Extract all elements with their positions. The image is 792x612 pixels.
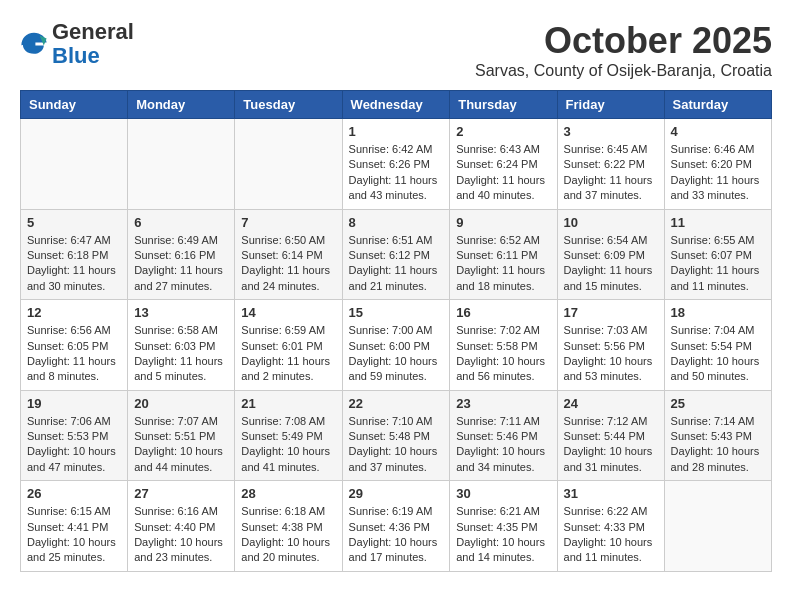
day-info: Sunrise: 6:54 AM Sunset: 6:09 PM Dayligh… xyxy=(564,233,658,295)
day-info: Sunrise: 6:46 AM Sunset: 6:20 PM Dayligh… xyxy=(671,142,765,204)
calendar-cell: 29Sunrise: 6:19 AM Sunset: 4:36 PM Dayli… xyxy=(342,481,450,572)
day-info: Sunrise: 6:58 AM Sunset: 6:03 PM Dayligh… xyxy=(134,323,228,385)
day-info: Sunrise: 6:59 AM Sunset: 6:01 PM Dayligh… xyxy=(241,323,335,385)
day-info: Sunrise: 7:10 AM Sunset: 5:48 PM Dayligh… xyxy=(349,414,444,476)
day-info: Sunrise: 6:16 AM Sunset: 4:40 PM Dayligh… xyxy=(134,504,228,566)
calendar-cell: 10Sunrise: 6:54 AM Sunset: 6:09 PM Dayli… xyxy=(557,209,664,300)
calendar-cell: 3Sunrise: 6:45 AM Sunset: 6:22 PM Daylig… xyxy=(557,119,664,210)
calendar-cell: 23Sunrise: 7:11 AM Sunset: 5:46 PM Dayli… xyxy=(450,390,557,481)
day-info: Sunrise: 6:22 AM Sunset: 4:33 PM Dayligh… xyxy=(564,504,658,566)
day-number: 8 xyxy=(349,215,444,230)
calendar-cell: 11Sunrise: 6:55 AM Sunset: 6:07 PM Dayli… xyxy=(664,209,771,300)
title-block: October 2025 Sarvas, County of Osijek-Ba… xyxy=(475,20,772,80)
calendar-cell: 5Sunrise: 6:47 AM Sunset: 6:18 PM Daylig… xyxy=(21,209,128,300)
day-info: Sunrise: 6:50 AM Sunset: 6:14 PM Dayligh… xyxy=(241,233,335,295)
day-info: Sunrise: 7:14 AM Sunset: 5:43 PM Dayligh… xyxy=(671,414,765,476)
day-number: 20 xyxy=(134,396,228,411)
day-info: Sunrise: 6:21 AM Sunset: 4:35 PM Dayligh… xyxy=(456,504,550,566)
day-info: Sunrise: 6:56 AM Sunset: 6:05 PM Dayligh… xyxy=(27,323,121,385)
calendar-cell: 21Sunrise: 7:08 AM Sunset: 5:49 PM Dayli… xyxy=(235,390,342,481)
logo-blue-text: Blue xyxy=(52,43,100,68)
location-title: Sarvas, County of Osijek-Baranja, Croati… xyxy=(475,62,772,80)
day-number: 23 xyxy=(456,396,550,411)
calendar-week-5: 26Sunrise: 6:15 AM Sunset: 4:41 PM Dayli… xyxy=(21,481,772,572)
day-number: 15 xyxy=(349,305,444,320)
logo: General Blue xyxy=(20,20,134,68)
calendar-cell: 13Sunrise: 6:58 AM Sunset: 6:03 PM Dayli… xyxy=(128,300,235,391)
calendar-cell: 2Sunrise: 6:43 AM Sunset: 6:24 PM Daylig… xyxy=(450,119,557,210)
day-info: Sunrise: 6:51 AM Sunset: 6:12 PM Dayligh… xyxy=(349,233,444,295)
day-info: Sunrise: 6:19 AM Sunset: 4:36 PM Dayligh… xyxy=(349,504,444,566)
day-info: Sunrise: 6:18 AM Sunset: 4:38 PM Dayligh… xyxy=(241,504,335,566)
day-number: 11 xyxy=(671,215,765,230)
day-info: Sunrise: 7:00 AM Sunset: 6:00 PM Dayligh… xyxy=(349,323,444,385)
day-number: 12 xyxy=(27,305,121,320)
day-info: Sunrise: 6:52 AM Sunset: 6:11 PM Dayligh… xyxy=(456,233,550,295)
day-number: 22 xyxy=(349,396,444,411)
calendar-cell: 28Sunrise: 6:18 AM Sunset: 4:38 PM Dayli… xyxy=(235,481,342,572)
calendar-cell xyxy=(664,481,771,572)
day-number: 24 xyxy=(564,396,658,411)
calendar-cell: 27Sunrise: 6:16 AM Sunset: 4:40 PM Dayli… xyxy=(128,481,235,572)
day-info: Sunrise: 7:08 AM Sunset: 5:49 PM Dayligh… xyxy=(241,414,335,476)
day-number: 19 xyxy=(27,396,121,411)
calendar-cell: 25Sunrise: 7:14 AM Sunset: 5:43 PM Dayli… xyxy=(664,390,771,481)
logo-icon xyxy=(20,30,48,58)
day-info: Sunrise: 6:47 AM Sunset: 6:18 PM Dayligh… xyxy=(27,233,121,295)
calendar-week-1: 1Sunrise: 6:42 AM Sunset: 6:26 PM Daylig… xyxy=(21,119,772,210)
day-number: 18 xyxy=(671,305,765,320)
day-number: 25 xyxy=(671,396,765,411)
day-number: 29 xyxy=(349,486,444,501)
calendar-week-4: 19Sunrise: 7:06 AM Sunset: 5:53 PM Dayli… xyxy=(21,390,772,481)
weekday-header-tuesday: Tuesday xyxy=(235,91,342,119)
calendar-cell xyxy=(235,119,342,210)
calendar-table: SundayMondayTuesdayWednesdayThursdayFrid… xyxy=(20,90,772,572)
calendar-cell: 8Sunrise: 6:51 AM Sunset: 6:12 PM Daylig… xyxy=(342,209,450,300)
day-number: 13 xyxy=(134,305,228,320)
logo-general-text: General xyxy=(52,19,134,44)
month-title: October 2025 xyxy=(475,20,772,62)
calendar-cell: 31Sunrise: 6:22 AM Sunset: 4:33 PM Dayli… xyxy=(557,481,664,572)
day-info: Sunrise: 6:45 AM Sunset: 6:22 PM Dayligh… xyxy=(564,142,658,204)
day-number: 21 xyxy=(241,396,335,411)
day-number: 16 xyxy=(456,305,550,320)
weekday-header-saturday: Saturday xyxy=(664,91,771,119)
calendar-cell xyxy=(128,119,235,210)
day-number: 1 xyxy=(349,124,444,139)
weekday-header-friday: Friday xyxy=(557,91,664,119)
day-info: Sunrise: 6:43 AM Sunset: 6:24 PM Dayligh… xyxy=(456,142,550,204)
day-info: Sunrise: 7:02 AM Sunset: 5:58 PM Dayligh… xyxy=(456,323,550,385)
day-number: 2 xyxy=(456,124,550,139)
day-number: 28 xyxy=(241,486,335,501)
weekday-header-sunday: Sunday xyxy=(21,91,128,119)
calendar-week-3: 12Sunrise: 6:56 AM Sunset: 6:05 PM Dayli… xyxy=(21,300,772,391)
day-number: 5 xyxy=(27,215,121,230)
day-number: 31 xyxy=(564,486,658,501)
calendar-cell: 16Sunrise: 7:02 AM Sunset: 5:58 PM Dayli… xyxy=(450,300,557,391)
calendar-week-2: 5Sunrise: 6:47 AM Sunset: 6:18 PM Daylig… xyxy=(21,209,772,300)
calendar-cell: 14Sunrise: 6:59 AM Sunset: 6:01 PM Dayli… xyxy=(235,300,342,391)
calendar-cell: 20Sunrise: 7:07 AM Sunset: 5:51 PM Dayli… xyxy=(128,390,235,481)
calendar-cell: 26Sunrise: 6:15 AM Sunset: 4:41 PM Dayli… xyxy=(21,481,128,572)
day-number: 14 xyxy=(241,305,335,320)
day-info: Sunrise: 7:04 AM Sunset: 5:54 PM Dayligh… xyxy=(671,323,765,385)
day-info: Sunrise: 7:11 AM Sunset: 5:46 PM Dayligh… xyxy=(456,414,550,476)
day-number: 17 xyxy=(564,305,658,320)
calendar-cell: 17Sunrise: 7:03 AM Sunset: 5:56 PM Dayli… xyxy=(557,300,664,391)
day-info: Sunrise: 6:42 AM Sunset: 6:26 PM Dayligh… xyxy=(349,142,444,204)
day-number: 30 xyxy=(456,486,550,501)
calendar-cell: 30Sunrise: 6:21 AM Sunset: 4:35 PM Dayli… xyxy=(450,481,557,572)
calendar-cell: 15Sunrise: 7:00 AM Sunset: 6:00 PM Dayli… xyxy=(342,300,450,391)
day-info: Sunrise: 6:15 AM Sunset: 4:41 PM Dayligh… xyxy=(27,504,121,566)
day-number: 6 xyxy=(134,215,228,230)
calendar-cell: 19Sunrise: 7:06 AM Sunset: 5:53 PM Dayli… xyxy=(21,390,128,481)
day-number: 10 xyxy=(564,215,658,230)
day-number: 26 xyxy=(27,486,121,501)
day-info: Sunrise: 6:55 AM Sunset: 6:07 PM Dayligh… xyxy=(671,233,765,295)
day-number: 7 xyxy=(241,215,335,230)
calendar-cell: 6Sunrise: 6:49 AM Sunset: 6:16 PM Daylig… xyxy=(128,209,235,300)
weekday-header-wednesday: Wednesday xyxy=(342,91,450,119)
calendar-cell: 7Sunrise: 6:50 AM Sunset: 6:14 PM Daylig… xyxy=(235,209,342,300)
page-header: General Blue October 2025 Sarvas, County… xyxy=(20,20,772,80)
day-info: Sunrise: 7:07 AM Sunset: 5:51 PM Dayligh… xyxy=(134,414,228,476)
